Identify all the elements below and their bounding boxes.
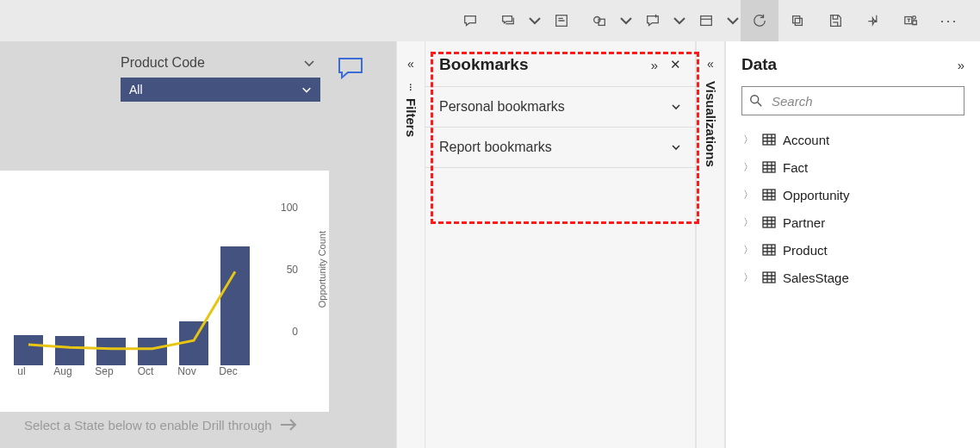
refresh-icon[interactable]: [741, 0, 778, 41]
table-fact[interactable]: 〉Fact: [741, 153, 964, 181]
table-icon: [762, 133, 776, 146]
window-icon[interactable]: [687, 0, 725, 41]
svg-point-7: [913, 16, 916, 20]
more-icon[interactable]: ···: [930, 0, 968, 41]
category-label: Sep: [85, 365, 123, 377]
table-product[interactable]: 〉Product: [741, 236, 964, 264]
chart-plot: [5, 195, 289, 365]
table-icon: [762, 271, 776, 284]
category-label: Dec: [209, 365, 247, 377]
svg-rect-4: [793, 16, 800, 23]
collapse-left-icon[interactable]: «: [407, 57, 414, 71]
product-code-slicer: Product Code All: [121, 55, 320, 102]
svg-rect-10: [763, 162, 775, 172]
svg-rect-3: [701, 16, 712, 26]
slicer-title: Product Code: [121, 55, 205, 71]
table-opportunity[interactable]: 〉Opportunity: [741, 181, 964, 208]
main-area: Product Code All Opportunity Count 100 5…: [0, 41, 980, 448]
top-toolbar: ···: [0, 0, 980, 41]
window-caret[interactable]: [725, 0, 741, 41]
chevron-right-icon: 〉: [741, 215, 755, 230]
chevron-down-icon: [301, 84, 312, 95]
table-icon: [762, 243, 776, 257]
comment-icon[interactable]: [451, 0, 489, 41]
search-box[interactable]: [741, 86, 964, 115]
chevron-down-icon[interactable]: [303, 57, 315, 69]
slicer-value: All: [129, 83, 143, 96]
chevron-right-icon: 〉: [741, 133, 755, 147]
category-label: ul: [3, 365, 40, 377]
ytick-0: 0: [292, 326, 298, 338]
bookmarks-personal[interactable]: Personal bookmarks: [425, 86, 695, 127]
chat-outline-icon[interactable]: [338, 57, 363, 79]
expand-right-icon[interactable]: »: [651, 58, 658, 72]
svg-rect-9: [763, 134, 775, 145]
chevron-right-icon: 〉: [741, 160, 755, 175]
shapes-icon[interactable]: [580, 0, 618, 41]
category-label: Aug: [44, 365, 82, 377]
filters-label: Filters: [404, 98, 419, 137]
pin-icon[interactable]: [854, 0, 892, 41]
teams-icon[interactable]: [892, 0, 930, 41]
svg-point-1: [594, 17, 600, 23]
slicer-dropdown[interactable]: All: [121, 78, 320, 102]
shapes-caret[interactable]: [618, 0, 634, 41]
app-root: ··· Product Code All Opportunity Count: [0, 0, 980, 448]
arrow-right-icon: [279, 417, 298, 432]
svg-rect-5: [795, 18, 802, 25]
chevron-right-icon: 〉: [741, 188, 755, 202]
drill-hint: Select a State below to enable Drill thr…: [24, 417, 298, 432]
chat-add-caret[interactable]: [672, 0, 687, 41]
bookmarks-header: Bookmarks » ✕: [425, 41, 695, 86]
category-label: Oct: [127, 365, 164, 377]
text-box-icon[interactable]: [543, 0, 580, 41]
axis-label: Opportunity Count: [317, 231, 327, 308]
slicer-title-row: Product Code: [121, 55, 320, 71]
expand-right-icon[interactable]: »: [958, 58, 964, 72]
category-label: Nov: [168, 365, 206, 377]
filter-bars-icon: ⫶: [408, 81, 413, 93]
search-icon: [749, 94, 763, 108]
table-icon: [762, 188, 776, 202]
data-panel: Data » 〉Account〉Fact〉Opportunity〉Partner…: [725, 41, 980, 448]
bookmarks-report[interactable]: Report bookmarks: [425, 127, 695, 168]
visualizations-rail[interactable]: « Visualizations: [696, 41, 725, 448]
svg-rect-14: [763, 272, 775, 283]
chat-reply-caret[interactable]: [527, 0, 543, 41]
chart-card[interactable]: Opportunity Count 100 50 0 ulAugSepOctNo…: [0, 171, 329, 412]
data-title: Data: [741, 55, 777, 74]
table-icon: [762, 215, 776, 229]
visualizations-label: Visualizations: [704, 81, 718, 167]
chat-reply-icon[interactable]: [489, 0, 527, 41]
svg-rect-11: [763, 190, 775, 200]
chevron-right-icon: 〉: [741, 243, 755, 258]
table-icon: [762, 160, 776, 174]
svg-rect-12: [763, 217, 775, 227]
svg-rect-13: [763, 245, 775, 255]
chat-add-icon[interactable]: [634, 0, 672, 41]
table-account[interactable]: 〉Account: [741, 126, 964, 153]
bookmarks-title: Bookmarks: [439, 55, 529, 74]
chevron-down-icon: [671, 142, 681, 152]
chevron-down-icon: [671, 102, 681, 112]
collapse-left-icon[interactable]: «: [707, 57, 714, 71]
filters-rail[interactable]: « ⫶ Filters: [396, 41, 425, 448]
table-salesstage[interactable]: 〉SalesStage: [741, 264, 964, 291]
copy-icon[interactable]: [778, 0, 816, 41]
bookmarks-panel: Bookmarks » ✕ Personal bookmarks Report …: [425, 41, 696, 448]
report-canvas: Product Code All Opportunity Count 100 5…: [0, 41, 396, 448]
chevron-right-icon: 〉: [741, 271, 755, 285]
close-icon[interactable]: ✕: [670, 57, 681, 72]
svg-point-8: [751, 96, 759, 103]
save-icon[interactable]: [816, 0, 854, 41]
table-partner[interactable]: 〉Partner: [741, 208, 964, 236]
search-input[interactable]: [770, 93, 957, 109]
